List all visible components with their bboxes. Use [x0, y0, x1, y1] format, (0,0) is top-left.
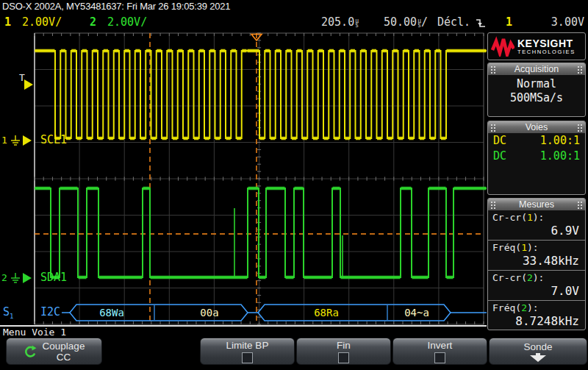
i2c-frame-field: 00a — [176, 307, 243, 319]
measurement-value: 33.48kHz — [492, 253, 581, 268]
trigger-time-marker[interactable] — [251, 35, 262, 41]
channels-panel-header[interactable]: Voies — [488, 121, 585, 133]
display-menu-divider — [0, 325, 487, 327]
measurements-panel-header[interactable]: Mesures — [488, 199, 585, 210]
menu-title: Menu Voie 1 — [3, 327, 66, 338]
ch1-marker-number[interactable]: 1 — [1, 135, 7, 146]
trigger-label[interactable]: Décl. — [437, 15, 470, 29]
scope-display — [0, 0, 487, 337]
ch1-trace-label: SCL1 — [40, 133, 67, 146]
checkbox-unchecked — [434, 352, 445, 363]
measurement-value: 6.9V — [492, 223, 581, 238]
ch2-coupling-row: DC1.00:1 — [488, 149, 585, 164]
trigger-level[interactable]: 3.00V — [540, 15, 584, 29]
keysight-spark-icon — [491, 36, 514, 57]
ch1-scale[interactable]: 2.00V/ — [22, 15, 62, 29]
i2c-frame-field: 68Ra — [293, 307, 359, 319]
checkbox-unchecked — [242, 352, 253, 363]
bw-limit-softkey[interactable]: Limite BP — [200, 338, 295, 365]
microseconds-unit: µs — [355, 19, 359, 28]
grip-icon — [577, 65, 583, 74]
grip-icon — [577, 124, 583, 132]
sample-rate: 500MSa/s — [488, 91, 585, 105]
ch1-number[interactable]: 1 — [4, 15, 11, 29]
measurements-panel: Mesures Cr-cr(1): 6.9V Fréq(1): 33.48kHz… — [487, 198, 586, 330]
timebase-readout[interactable]: 50.00µs/ — [368, 15, 428, 29]
i2c-frame-field: 68Wa — [79, 307, 145, 319]
measurement-item: Cr-cr(1): 6.9V — [488, 210, 585, 241]
down-arrow-icon — [530, 353, 546, 362]
i2c-frame-field: 04~a — [384, 307, 450, 319]
ch1-scl-fuzz — [35, 51, 487, 138]
checkbox-unchecked — [338, 352, 349, 363]
measurement-item: Fréq(2): 8.7248kHz — [488, 301, 585, 330]
measurement-value: 8.7248kHz — [492, 313, 581, 328]
acquisition-panel: Acquisition Normal 500MSa/s — [487, 63, 586, 117]
bus-label: I2C — [40, 305, 60, 319]
ch1-scl-trace — [35, 51, 487, 138]
trigger-source[interactable]: 1 — [506, 15, 512, 29]
probe-softkey[interactable]: Sonde — [489, 338, 587, 365]
brand-name: KEYSIGHT — [517, 38, 576, 49]
trigger-level-label[interactable]: T — [19, 72, 25, 83]
sidebar: KEYSIGHT TECHNOLOGIES Acquisition Normal… — [487, 32, 586, 330]
ch2-number[interactable]: 2 — [90, 15, 96, 29]
measurement-item: Fréq(1): 33.48kHz — [488, 241, 585, 271]
ch2-sda-fuzz — [35, 188, 487, 277]
fine-softkey[interactable]: Fin — [296, 338, 391, 365]
cycle-icon — [24, 345, 37, 358]
ch1-ground-marker[interactable] — [23, 135, 32, 146]
grip-icon — [577, 201, 583, 209]
graticule-frame — [35, 33, 484, 324]
ch2-sda-trace — [35, 188, 487, 277]
ch2-ground-marker[interactable] — [23, 273, 32, 283]
delay-readout[interactable]: 205.0µs — [300, 15, 359, 29]
window-title: DSO-X 2002A, MY53481637: Fri Mar 26 19:0… — [2, 1, 230, 12]
ch2-marker-number[interactable]: 2 — [1, 272, 7, 283]
grip-icon — [490, 65, 496, 74]
brand-logo: KEYSIGHT TECHNOLOGIES — [487, 32, 586, 60]
measurement-item: Cr-cr(2): 7.0V — [488, 271, 585, 301]
ch2-scale[interactable]: 2.00V/ — [107, 15, 147, 29]
invert-softkey[interactable]: Invert — [392, 338, 487, 365]
acquisition-panel-header[interactable]: Acquisition — [488, 63, 585, 75]
oscilloscope-screen: DSO-X 2002A, MY53481637: Fri Mar 26 19:0… — [0, 0, 588, 370]
acquisition-mode: Normal — [488, 77, 585, 91]
falling-edge-icon — [476, 17, 486, 29]
measurement-value: 7.0V — [492, 283, 581, 298]
channels-panel: Voies DC1.00:1 DC1.00:1 — [487, 121, 586, 195]
ch2-trace-label: SDA1 — [40, 271, 67, 284]
serial-slot-label: S1 — [3, 305, 13, 320]
brand-subname: TECHNOLOGIES — [517, 49, 576, 55]
grip-icon — [490, 201, 496, 209]
trigger-level-marker[interactable] — [24, 79, 33, 90]
coupling-softkey[interactable]: Couplage CC — [6, 338, 102, 365]
grip-icon — [490, 124, 496, 132]
ch1-coupling-row: DC1.00:1 — [488, 133, 585, 149]
